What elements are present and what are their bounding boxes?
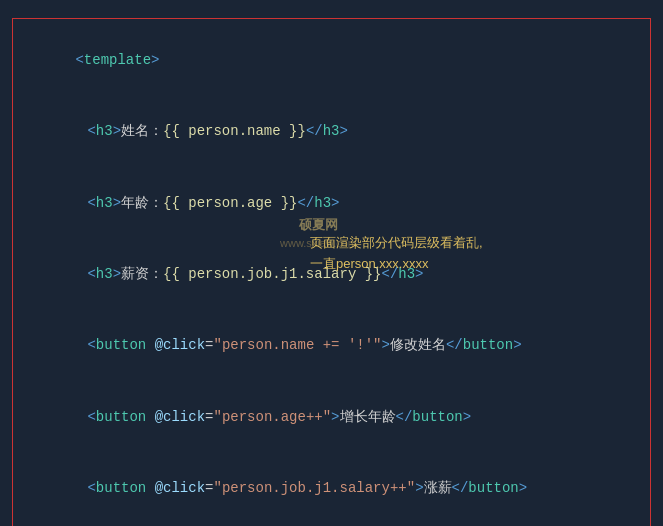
code-line: <button @click="person.job.j1.salary++">… [21, 453, 642, 524]
code-line: <h3>姓名：{{ person.name }}</h3> [21, 96, 642, 167]
annotation-line2: 一直person.xxx.xxxx [310, 254, 483, 275]
annotation-box: 页面渲染部分代码层级看着乱, 一直person.xxx.xxxx [310, 233, 483, 275]
tag-bracket: < [75, 52, 83, 68]
editor-container: <template> <h3>姓名：{{ person.name }}</h3>… [0, 0, 663, 526]
code-line: <template> [21, 25, 642, 96]
annotation-line1: 页面渲染部分代码层级看着乱, [310, 233, 483, 254]
code-line: <h3>年龄：{{ person.age }}</h3> [21, 168, 642, 239]
code-line: <button @click="person.age++">增长年龄</butt… [21, 382, 642, 453]
code-line: <button @click="person.name += '!'">修改姓名… [21, 311, 642, 382]
